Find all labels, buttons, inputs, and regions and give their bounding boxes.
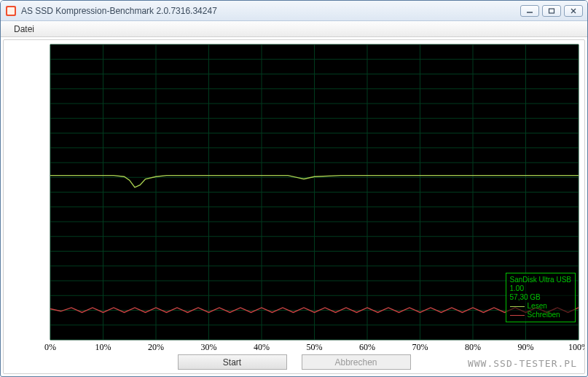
legend-write: Schreiben — [510, 311, 571, 319]
chart-area: 248MB/s235MB/s223MB/s211MB/s198MB/s186MB… — [4, 40, 584, 353]
cancel-button: Abbrechen — [302, 354, 411, 370]
content-pane: 248MB/s235MB/s223MB/s211MB/s198MB/s186MB… — [3, 39, 585, 374]
svg-text:74MB/s: 74MB/s — [17, 246, 46, 257]
legend-device: SanDisk Ultra USB — [510, 276, 571, 284]
svg-text:100%: 100% — [568, 342, 584, 352]
app-window: AS SSD Kompression-Benchmark 2.0.7316.34… — [0, 0, 588, 377]
legend-read: Lesen — [510, 302, 571, 311]
svg-text:136MB/s: 136MB/s — [13, 172, 46, 182]
svg-text:36MB/s: 36MB/s — [17, 290, 46, 300]
svg-text:186MB/s: 186MB/s — [13, 113, 46, 123]
menu-datei[interactable]: Datei — [8, 23, 40, 36]
svg-text:211MB/s: 211MB/s — [14, 84, 47, 94]
svg-text:235MB/s: 235MB/s — [13, 54, 46, 64]
titlebar: AS SSD Kompression-Benchmark 2.0.7316.34… — [1, 1, 587, 21]
svg-text:111MB/s: 111MB/s — [14, 202, 46, 212]
svg-text:148MB/s: 148MB/s — [13, 158, 46, 168]
svg-text:98MB/s: 98MB/s — [17, 217, 46, 227]
window-controls — [520, 5, 583, 17]
svg-text:90%: 90% — [518, 342, 534, 352]
svg-text:11MB/s: 11MB/s — [18, 320, 47, 330]
chart-svg: 248MB/s235MB/s223MB/s211MB/s198MB/s186MB… — [4, 40, 584, 353]
legend-box: SanDisk Ultra USB 1.00 57,30 GB Lesen Sc… — [506, 273, 576, 322]
app-icon — [5, 5, 17, 17]
window-title: AS SSD Kompression-Benchmark 2.0.7316.34… — [21, 6, 520, 16]
svg-text:40%: 40% — [254, 342, 270, 352]
close-button[interactable] — [564, 5, 583, 17]
svg-text:24MB/s: 24MB/s — [17, 306, 46, 316]
svg-text:60%: 60% — [359, 342, 375, 352]
maximize-button[interactable] — [542, 5, 561, 17]
svg-text:161MB/s: 161MB/s — [13, 143, 46, 153]
svg-text:49MB/s: 49MB/s — [17, 276, 46, 286]
svg-text:248MB/s: 248MB/s — [13, 40, 46, 50]
svg-text:50%: 50% — [307, 342, 323, 352]
minimize-button[interactable] — [520, 5, 539, 17]
start-button[interactable]: Start — [178, 354, 287, 370]
legend-firmware: 1.00 — [510, 284, 571, 293]
svg-text:61MB/s: 61MB/s — [17, 261, 46, 271]
legend-capacity: 57,30 GB — [510, 293, 571, 302]
button-row: Start Abbrechen — [4, 353, 584, 373]
svg-text:86MB/s: 86MB/s — [17, 231, 46, 241]
svg-rect-1 — [7, 7, 15, 15]
svg-rect-3 — [549, 9, 554, 13]
svg-text:30%: 30% — [201, 342, 217, 352]
svg-text:173MB/s: 173MB/s — [13, 128, 46, 139]
svg-text:10%: 10% — [95, 342, 111, 352]
svg-text:80%: 80% — [465, 342, 481, 352]
svg-text:123MB/s: 123MB/s — [13, 187, 46, 198]
svg-text:223MB/s: 223MB/s — [13, 69, 46, 79]
menubar: Datei — [1, 21, 587, 37]
svg-text:0%: 0% — [44, 342, 56, 352]
svg-text:70%: 70% — [412, 342, 428, 352]
svg-text:198MB/s: 198MB/s — [13, 98, 46, 109]
svg-text:20%: 20% — [148, 342, 164, 352]
